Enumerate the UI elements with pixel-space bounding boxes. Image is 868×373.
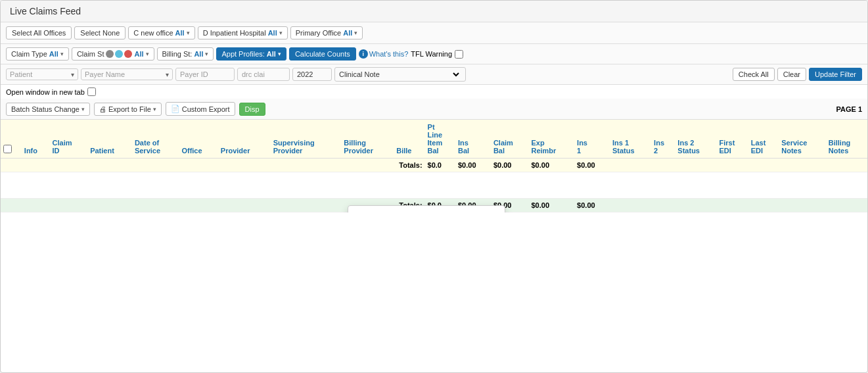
new-office-caret: ▾ (187, 30, 190, 36)
th-office: Office (179, 120, 217, 159)
th-ins-1: Ins1 (574, 120, 610, 159)
th-pt-line-item-bal: PtLineItemBal (425, 120, 455, 159)
clear-button[interactable]: Clear (777, 68, 806, 81)
payer-name-placeholder: Payer Name (85, 70, 125, 78)
totals-1-pt: $0.0 (425, 159, 455, 172)
totals-1-claim: $0.00 (491, 159, 529, 172)
check-all-button[interactable]: Check All (733, 68, 775, 81)
export-caret: ▾ (153, 106, 156, 112)
select-all-checkbox[interactable] (3, 145, 12, 153)
page-info: PAGE 1 (836, 105, 862, 113)
date-value: 2022 (297, 70, 313, 78)
patient-filter[interactable]: Patient ▾ (6, 68, 78, 80)
whats-this-link[interactable]: i What's this? (359, 49, 409, 59)
appt-profiles-label: Appt Profiles: (221, 50, 264, 58)
totals-1-exp: $0.00 (528, 159, 574, 172)
export-to-file-label: Export to File (108, 105, 151, 113)
th-ins-2: Ins2 (651, 120, 675, 159)
open-window-checkbox[interactable] (87, 87, 96, 96)
dot-blue (115, 50, 123, 58)
claim-type-label: Claim Type (11, 50, 47, 58)
select-none-button[interactable]: Select None (74, 26, 126, 39)
th-info: Info (22, 120, 50, 159)
batch-status-change-dropdown[interactable]: Batch Status Change ▾ (6, 103, 90, 116)
billing-st-label: Billing St: (162, 50, 193, 58)
primary-office-dropdown[interactable]: Primary Office All ▾ (290, 26, 363, 39)
th-ins-2-status: Ins 2Status (675, 120, 716, 159)
drc-claim-filter[interactable]: drc clai (237, 68, 290, 81)
th-claim-bal: ClaimBal (491, 120, 529, 159)
batch-status-caret: ▾ (81, 106, 85, 112)
appt-profiles-caret: ▾ (278, 51, 281, 57)
th-patient: Patient (87, 120, 132, 159)
all-profiles-row[interactable]: All Profiles (348, 210, 505, 212)
dot-red (124, 50, 132, 58)
table-header-row: Info ClaimID Patient Date ofService Offi… (1, 120, 867, 159)
info-icon: i (359, 49, 368, 59)
export-to-file-dropdown[interactable]: 🖨 Export to File ▾ (94, 103, 162, 116)
filter-inputs-row: Patient ▾ Payer Name ▾ Payer ID drc clai… (1, 64, 867, 85)
primary-office-caret: ▾ (354, 30, 357, 36)
claims-table: Info ClaimID Patient Date ofService Offi… (1, 120, 867, 212)
inpatient-hospital-dropdown[interactable]: D Inpatient Hospital All ▾ (198, 26, 288, 39)
th-billing-provider: BillingProvider (341, 120, 394, 159)
custom-export-label: Custom Export (182, 105, 230, 113)
th-claim-id: ClaimID (50, 120, 88, 159)
new-office-label: C new office (133, 29, 173, 37)
appt-profiles-dropdown-panel: All Profiles No Profile or ArchivedBack … (348, 205, 505, 212)
inpatient-badge: All (268, 29, 277, 37)
th-ins-1-status: Ins 1Status (610, 120, 651, 159)
th-date-of-service: Date ofService (132, 120, 179, 159)
claim-type-caret: ▾ (60, 51, 64, 57)
empty-row (1, 172, 867, 199)
th-checkbox (1, 120, 22, 159)
billing-st-dropdown[interactable]: Billing St: All ▾ (157, 47, 214, 61)
clinical-note-select[interactable] (382, 70, 461, 79)
drc-claim-placeholder: drc clai (242, 70, 265, 78)
clinical-note-filter[interactable]: Clinical Note (334, 67, 466, 82)
disp-button[interactable]: Disp (239, 103, 265, 116)
patient-arrow: ▾ (71, 71, 74, 78)
th-supervising-provider: SupervisingProvider (271, 120, 342, 159)
main-window: Live Claims Feed Select All Offices Sele… (0, 0, 868, 373)
filter-toolbar: Claim Type All ▾ Claim St All ▾ Billing … (1, 44, 867, 64)
th-last-edi: LastEDI (748, 120, 779, 159)
select-all-offices-button[interactable]: Select All Offices (6, 26, 72, 39)
window-title: Live Claims Feed (10, 6, 81, 16)
totals-2-exp: $0.00 (528, 199, 574, 212)
appt-profiles-dropdown[interactable]: Appt Profiles: All ▾ (216, 47, 286, 61)
th-exp-reimbr: ExpReimbr (528, 120, 574, 159)
payer-name-filter[interactable]: Payer Name ▾ (81, 68, 173, 80)
claim-type-dropdown[interactable]: Claim Type All ▾ (6, 47, 69, 61)
claim-st-dropdown[interactable]: Claim St All ▾ (72, 47, 154, 61)
tfl-warning-label: TFL Warning (411, 50, 452, 58)
custom-export-icon: 📄 (171, 105, 180, 113)
claims-table-container: Info ClaimID Patient Date ofService Offi… (1, 120, 867, 212)
printer-icon: 🖨 (99, 105, 106, 113)
totals-label-1: Totals: (1, 159, 425, 172)
totals-row-1: Totals: $0.0 $0.00 $0.00 $0.00 $0.00 (1, 159, 867, 172)
date-filter[interactable]: 2022 (292, 68, 332, 81)
billing-st-badge: All (194, 50, 203, 58)
new-office-dropdown[interactable]: C new office All ▾ (128, 26, 194, 39)
custom-export-dropdown[interactable]: 📄 Custom Export (166, 102, 235, 116)
th-first-edi: FirstEDI (716, 120, 748, 159)
primary-office-label: Primary Office (296, 29, 341, 37)
claim-st-label: Claim St (77, 50, 104, 58)
payer-id-filter[interactable]: Payer ID (175, 68, 235, 81)
open-window-label: Open window in new tab (6, 88, 85, 96)
totals-2-ins1: $0.00 (574, 199, 610, 212)
th-ins-bal: InsBal (455, 120, 491, 159)
th-provider: Provider (218, 120, 271, 159)
primary-office-badge: All (343, 29, 352, 37)
clinical-note-label: Clinical Note (339, 70, 380, 78)
payer-id-placeholder: Payer ID (180, 70, 208, 78)
tfl-warning-container: TFL Warning (411, 50, 463, 59)
update-filter-button[interactable]: Update Filter (809, 68, 862, 81)
status-dots (106, 50, 132, 58)
dot-gray (106, 50, 114, 58)
th-billing-notes: BillingNotes (826, 120, 867, 159)
calculate-counts-button[interactable]: Calculate Counts (289, 47, 356, 61)
tfl-warning-checkbox[interactable] (455, 50, 463, 59)
th-bille: Bille (394, 120, 424, 159)
